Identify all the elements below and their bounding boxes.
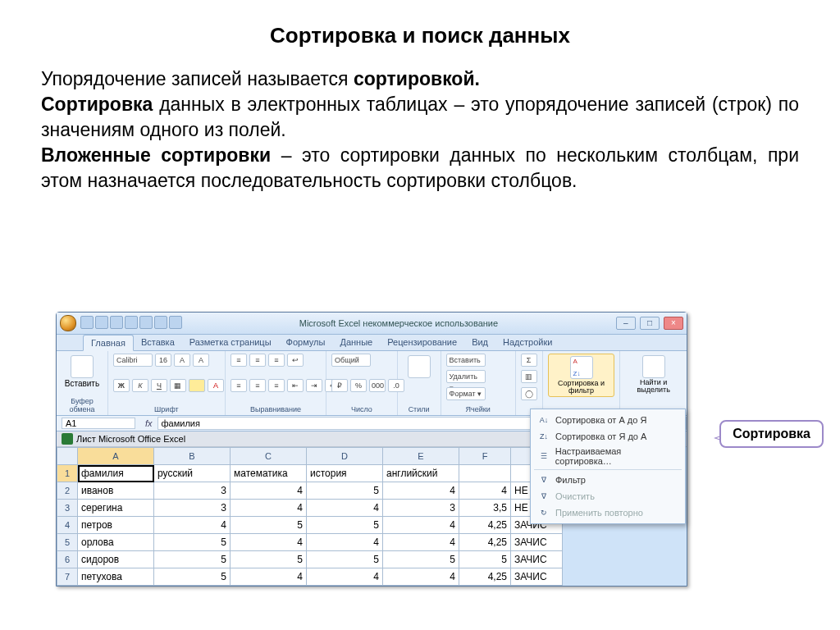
row-header[interactable]: 1 bbox=[57, 465, 78, 482]
fx-icon[interactable]: fx bbox=[145, 418, 153, 428]
fill-color-icon[interactable] bbox=[189, 379, 205, 392]
currency-icon[interactable]: ₽ bbox=[331, 379, 348, 392]
italic-button[interactable]: К bbox=[132, 379, 148, 392]
cell[interactable]: 5 bbox=[307, 517, 383, 534]
name-box[interactable] bbox=[62, 418, 135, 429]
cell[interactable]: серегина bbox=[78, 500, 154, 517]
tab-addins[interactable]: Надстройки bbox=[495, 335, 559, 350]
cell[interactable]: 5 bbox=[154, 534, 231, 551]
delete-cells-button[interactable]: Удалить ▾ bbox=[446, 370, 486, 383]
align-bot-icon[interactable]: ≡ bbox=[268, 354, 285, 367]
filter-item[interactable]: ∇Фильтр bbox=[531, 472, 685, 488]
cell[interactable]: 4 bbox=[154, 517, 231, 534]
tab-formulas[interactable]: Формулы bbox=[279, 335, 333, 350]
align-center-icon[interactable]: ≡ bbox=[249, 379, 266, 392]
cell[interactable]: 5 bbox=[231, 517, 307, 534]
cell[interactable]: английский bbox=[383, 465, 459, 482]
font-size-select[interactable]: 16 bbox=[155, 354, 171, 367]
cell[interactable]: иванов bbox=[78, 482, 154, 500]
row-header[interactable]: 5 bbox=[57, 534, 78, 551]
align-mid-icon[interactable]: ≡ bbox=[249, 354, 266, 367]
cell[interactable]: 5 bbox=[307, 551, 383, 568]
format-cells-button[interactable]: Формат ▾ bbox=[446, 387, 486, 400]
cell[interactable]: 4 bbox=[231, 500, 307, 517]
row-header[interactable]: 2 bbox=[57, 482, 78, 500]
shrink-font-icon[interactable]: A bbox=[193, 354, 209, 367]
minimize-button[interactable]: – bbox=[616, 317, 636, 330]
cell[interactable]: 4 bbox=[383, 517, 459, 534]
tab-home[interactable]: Главная bbox=[83, 335, 134, 351]
cell[interactable]: 4 bbox=[307, 534, 383, 551]
col-header[interactable]: F bbox=[459, 448, 511, 465]
align-right-icon[interactable]: ≡ bbox=[268, 379, 285, 392]
tab-page-layout[interactable]: Разметка страницы bbox=[182, 335, 279, 350]
row-header[interactable]: 3 bbox=[57, 500, 78, 517]
bold-button[interactable]: Ж bbox=[113, 379, 130, 392]
cell[interactable]: 4 bbox=[231, 482, 307, 500]
cell[interactable]: ЗАЧИС bbox=[511, 551, 563, 568]
col-header[interactable]: E bbox=[383, 448, 459, 465]
align-left-icon[interactable]: ≡ bbox=[231, 379, 247, 392]
cell[interactable]: 5 bbox=[154, 568, 231, 586]
cell[interactable]: история bbox=[307, 465, 383, 482]
cell[interactable]: ЗАЧИС bbox=[511, 534, 563, 551]
align-top-icon[interactable]: ≡ bbox=[231, 354, 247, 367]
sort-filter-button[interactable]: Сортировка и фильтр bbox=[548, 354, 615, 397]
cell[interactable]: 4 bbox=[383, 568, 459, 586]
cell[interactable]: сидоров bbox=[78, 551, 154, 568]
clear-icon[interactable]: ◯ bbox=[521, 387, 537, 400]
find-select-button[interactable]: Найти и выделить bbox=[625, 354, 682, 395]
fill-icon[interactable]: ▥ bbox=[521, 370, 537, 383]
indent-dec-icon[interactable]: ⇤ bbox=[287, 379, 304, 392]
cell[interactable]: 5 bbox=[307, 482, 383, 500]
number-format-select[interactable]: Общий bbox=[331, 354, 371, 367]
cell[interactable]: 4 bbox=[383, 534, 459, 551]
percent-icon[interactable]: % bbox=[350, 379, 367, 392]
cell[interactable] bbox=[459, 465, 511, 482]
cell[interactable]: 5 bbox=[459, 551, 511, 568]
cell[interactable]: 3 bbox=[154, 482, 231, 500]
quick-access-toolbar[interactable] bbox=[80, 316, 183, 331]
cell[interactable]: петров bbox=[78, 517, 154, 534]
cell[interactable]: 5 bbox=[383, 551, 459, 568]
col-header[interactable]: B bbox=[154, 448, 231, 465]
cell[interactable]: русский bbox=[154, 465, 231, 482]
tab-insert[interactable]: Вставка bbox=[134, 335, 182, 350]
cell[interactable]: 4 bbox=[383, 482, 459, 500]
cell[interactable]: 3,5 bbox=[459, 500, 511, 517]
cell[interactable]: математика bbox=[231, 465, 307, 482]
cell[interactable]: орлова bbox=[78, 534, 154, 551]
tab-data[interactable]: Данные bbox=[332, 335, 380, 350]
select-all-corner[interactable] bbox=[57, 448, 78, 465]
sort-za-item[interactable]: Z↓Сортировка от Я до А bbox=[531, 428, 685, 445]
insert-cells-button[interactable]: Вставить ▾ bbox=[446, 354, 486, 367]
sort-az-item[interactable]: A↓Сортировка от А до Я bbox=[531, 412, 685, 428]
font-name-select[interactable]: Calibri bbox=[113, 354, 153, 367]
cell[interactable]: петухова bbox=[78, 568, 154, 586]
autosum-icon[interactable]: Σ bbox=[521, 354, 537, 367]
comma-icon[interactable]: 000 bbox=[369, 379, 386, 392]
row-header[interactable]: 4 bbox=[57, 517, 78, 534]
col-header[interactable]: D bbox=[307, 448, 383, 465]
close-button[interactable]: × bbox=[664, 317, 683, 330]
cell[interactable]: 3 bbox=[154, 500, 231, 517]
cell[interactable]: 4,25 bbox=[459, 568, 511, 586]
indent-inc-icon[interactable]: ⇥ bbox=[306, 379, 322, 392]
maximize-button[interactable]: □ bbox=[640, 317, 660, 330]
border-icon[interactable]: ▦ bbox=[170, 379, 186, 392]
tab-review[interactable]: Рецензирование bbox=[380, 335, 464, 350]
cell[interactable]: 4,25 bbox=[459, 534, 511, 551]
custom-sort-item[interactable]: ☰Настраиваемая сортировка… bbox=[531, 445, 685, 468]
spreadsheet-grid[interactable]: A B C D E F G 1фамилиярусскийматематикаи… bbox=[57, 447, 563, 586]
cell[interactable]: 4,25 bbox=[459, 517, 511, 534]
tab-view[interactable]: Вид bbox=[464, 335, 495, 350]
col-header[interactable]: A bbox=[78, 448, 154, 465]
row-header[interactable]: 7 bbox=[57, 568, 78, 586]
styles-button[interactable] bbox=[403, 354, 436, 380]
cell[interactable]: 4 bbox=[307, 568, 383, 586]
wrap-icon[interactable]: ↩ bbox=[287, 354, 304, 367]
col-header[interactable]: C bbox=[231, 448, 307, 465]
paste-button[interactable]: Вставить bbox=[62, 354, 103, 390]
cell[interactable]: 4 bbox=[459, 482, 511, 500]
underline-button[interactable]: Ч bbox=[151, 379, 167, 392]
